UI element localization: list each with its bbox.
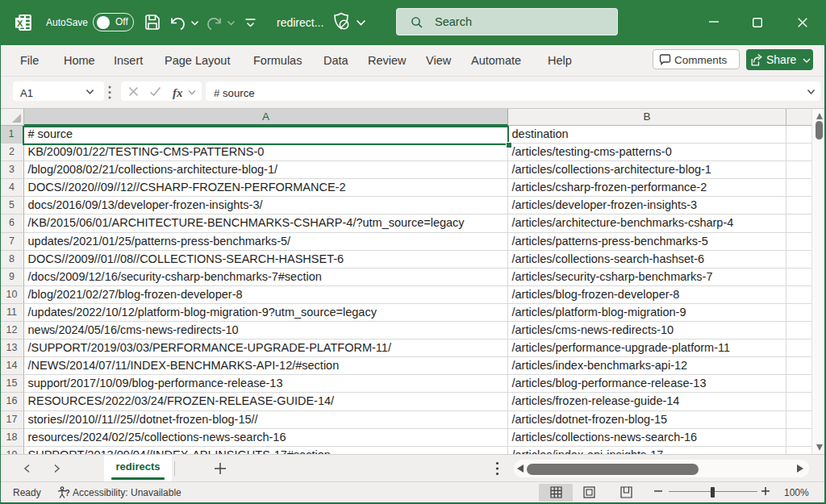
svg-text:X: X: [17, 19, 23, 28]
svg-text:?: ?: [65, 489, 70, 498]
